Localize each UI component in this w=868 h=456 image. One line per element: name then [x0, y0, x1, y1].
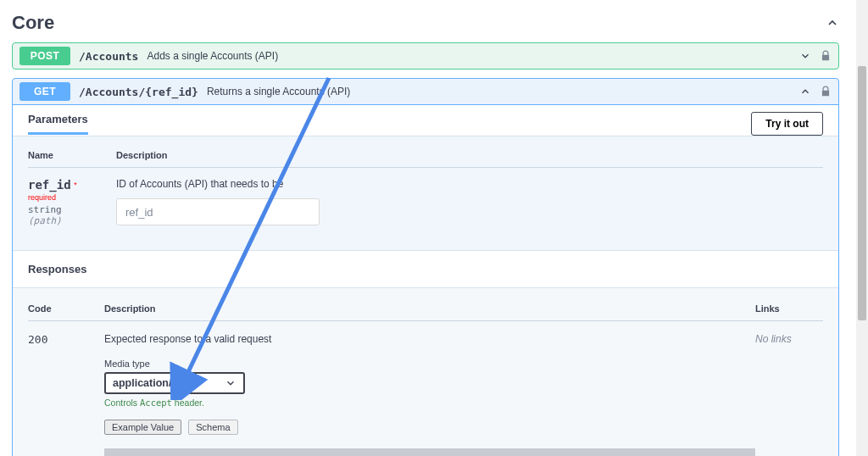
media-type-value: application/json — [113, 377, 193, 389]
param-input-ref-id[interactable] — [116, 198, 320, 225]
param-in: (path) — [28, 215, 94, 226]
chevron-down-icon — [799, 50, 811, 62]
parameters-header: Parameters Try it out — [13, 105, 838, 136]
response-description: Expected response to a valid request — [104, 333, 755, 345]
section-title: Core — [12, 12, 54, 34]
response-code: 200 — [28, 333, 104, 456]
tab-example-value[interactable]: Example Value — [104, 420, 181, 435]
endpoint-path: /Accounts — [79, 50, 138, 63]
param-name: ref_id — [28, 178, 71, 192]
parameters-table: Name Description ref_id * required strin… — [13, 136, 838, 250]
response-row-200: 200 Expected response to a valid request… — [28, 333, 823, 456]
endpoint-description: Adds a single Accounts (API) — [147, 50, 278, 62]
lock-icon[interactable] — [820, 50, 832, 62]
vertical-scrollbar[interactable] — [856, 0, 868, 456]
resp-col-description: Description — [104, 303, 755, 314]
resp-col-links: Links — [755, 303, 823, 314]
chevron-up-icon — [799, 86, 811, 97]
opblock-post-accounts: POST /Accounts Adds a single Accounts (A… — [12, 42, 839, 70]
opblock-body: Parameters Try it out Name Description r… — [13, 104, 838, 456]
section-header[interactable]: Core — [12, 7, 839, 42]
media-type-label: Media type — [104, 359, 755, 369]
responses-body: Code Description Links 200 Expected resp… — [13, 288, 838, 456]
response-links: No links — [755, 333, 823, 456]
endpoint-path: /Accounts/{ref_id} — [79, 86, 198, 98]
schema-preview: accounts { accounts_query_type string — [104, 448, 755, 456]
try-it-out-button[interactable]: Try it out — [751, 112, 823, 136]
responses-header: Responses — [13, 250, 838, 288]
method-badge-post: POST — [19, 47, 70, 65]
method-badge-get: GET — [19, 82, 70, 101]
chevron-up-icon — [826, 16, 839, 30]
param-col-description: Description — [116, 150, 823, 160]
chevron-down-icon — [225, 377, 236, 389]
tab-schema[interactable]: Schema — [188, 420, 237, 435]
param-col-name: Name — [28, 150, 94, 160]
endpoint-description: Returns a single Accounts (API) — [207, 86, 350, 97]
opblock-get-accounts-refid: GET /Accounts/{ref_id} Returns a single … — [12, 78, 839, 456]
resp-col-code: Code — [28, 303, 104, 314]
lock-icon[interactable] — [820, 86, 832, 97]
parameters-tab[interactable]: Parameters — [28, 113, 88, 135]
controls-accept-note: Controls Accept header. — [104, 398, 755, 408]
opblock-summary-post[interactable]: POST /Accounts Adds a single Accounts (A… — [13, 43, 838, 69]
media-type-select[interactable]: application/json — [104, 372, 245, 394]
param-description: ID of Accounts (API) that needs to be — [116, 178, 823, 190]
param-row-ref-id: ref_id * required string (path) ID of Ac… — [28, 178, 823, 226]
responses-heading: Responses — [28, 263, 823, 275]
scrollbar-thumb[interactable] — [858, 66, 866, 320]
param-type: string — [28, 204, 94, 215]
opblock-summary-get[interactable]: GET /Accounts/{ref_id} Returns a single … — [13, 79, 838, 104]
